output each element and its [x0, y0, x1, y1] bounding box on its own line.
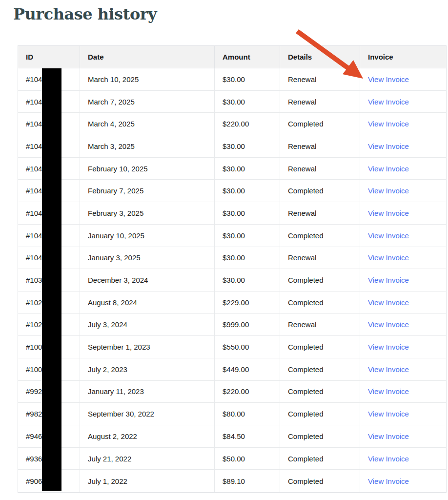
cell-invoice: View Invoice: [360, 180, 446, 202]
cell-details: Renewal: [280, 158, 360, 180]
table-row: #946August 2, 2022$84.50CompletedView In…: [18, 425, 446, 448]
table-row: #103December 3, 2024$30.00CompletedView …: [18, 269, 446, 292]
table-row: #104March 3, 2025$30.00RenewalView Invoi…: [18, 135, 446, 158]
view-invoice-link[interactable]: View Invoice: [368, 75, 409, 83]
cell-details: Completed: [280, 403, 360, 425]
cell-invoice: View Invoice: [360, 247, 446, 269]
cell-amount: $30.00: [215, 247, 280, 269]
view-invoice-link[interactable]: View Invoice: [368, 410, 409, 418]
view-invoice-link[interactable]: View Invoice: [368, 477, 409, 485]
cell-invoice: View Invoice: [360, 381, 446, 403]
view-invoice-link[interactable]: View Invoice: [368, 343, 409, 351]
table-row: #100September 1, 2023$550.00CompletedVie…: [18, 336, 446, 358]
view-invoice-link[interactable]: View Invoice: [368, 432, 409, 440]
cell-invoice: View Invoice: [360, 403, 446, 425]
table-row: #104March 4, 2025$220.00CompletedView In…: [18, 113, 446, 135]
cell-invoice: View Invoice: [360, 448, 446, 470]
table-row: #104February 7, 2025$30.00CompletedView …: [18, 180, 446, 202]
cell-date: July 21, 2022: [80, 448, 215, 470]
cell-date: February 7, 2025: [80, 180, 215, 202]
view-invoice-link[interactable]: View Invoice: [368, 276, 409, 284]
cell-date: February 10, 2025: [80, 158, 215, 180]
table-row: #104January 10, 2025$30.00CompletedView …: [18, 225, 446, 247]
column-header-details: Details: [280, 46, 360, 68]
table-row: #104March 10, 2025$30.00RenewalView Invo…: [18, 68, 446, 91]
table-row: #102July 3, 2024$999.00RenewalView Invoi…: [18, 314, 446, 336]
view-invoice-link[interactable]: View Invoice: [368, 209, 409, 217]
cell-invoice: View Invoice: [360, 113, 446, 135]
cell-amount: $220.00: [215, 113, 280, 135]
table-row: #102August 8, 2024$229.00CompletedView I…: [18, 292, 446, 314]
cell-date: March 10, 2025: [80, 68, 215, 90]
table-row: #992January 11, 2023$220.00CompletedView…: [18, 381, 446, 403]
cell-amount: $30.00: [215, 202, 280, 224]
cell-details: Renewal: [280, 247, 360, 269]
cell-amount: $89.10: [215, 470, 280, 492]
cell-details: Completed: [280, 470, 360, 492]
cell-invoice: View Invoice: [360, 68, 446, 90]
view-invoice-link[interactable]: View Invoice: [368, 455, 409, 463]
cell-invoice: View Invoice: [360, 158, 446, 180]
cell-date: August 2, 2022: [80, 425, 215, 447]
cell-date: July 3, 2024: [80, 314, 215, 336]
view-invoice-link[interactable]: View Invoice: [368, 365, 409, 374]
cell-invoice: View Invoice: [360, 314, 446, 336]
cell-details: Completed: [280, 269, 360, 291]
cell-date: July 2, 2023: [80, 358, 215, 380]
cell-invoice: View Invoice: [360, 425, 446, 447]
cell-date: March 7, 2025: [80, 91, 215, 113]
table-row: #104February 3, 2025$30.00RenewalView In…: [18, 202, 446, 225]
cell-invoice: View Invoice: [360, 91, 446, 113]
cell-details: Renewal: [280, 135, 360, 157]
cell-amount: $84.50: [215, 425, 280, 447]
column-header-amount: Amount: [215, 46, 280, 68]
cell-details: Completed: [280, 381, 360, 403]
cell-amount: $30.00: [215, 158, 280, 180]
cell-details: Completed: [280, 225, 360, 247]
view-invoice-link[interactable]: View Invoice: [368, 98, 409, 106]
table-header-row: ID Date Amount Details Invoice: [18, 46, 446, 68]
cell-amount: $30.00: [215, 180, 280, 202]
cell-amount: $30.00: [215, 135, 280, 157]
cell-details: Completed: [280, 180, 360, 202]
view-invoice-link[interactable]: View Invoice: [368, 120, 409, 128]
page-title: Purchase history: [13, 5, 157, 23]
cell-details: Completed: [280, 358, 360, 380]
cell-date: January 11, 2023: [80, 381, 215, 403]
cell-amount: $50.00: [215, 448, 280, 470]
table-row: #104March 7, 2025$30.00RenewalView Invoi…: [18, 91, 446, 113]
cell-amount: $80.00: [215, 403, 280, 425]
table-row: #104February 10, 2025$30.00RenewalView I…: [18, 158, 446, 180]
cell-details: Completed: [280, 336, 360, 358]
cell-amount: $30.00: [215, 225, 280, 247]
cell-invoice: View Invoice: [360, 470, 446, 492]
column-header-date: Date: [80, 46, 215, 68]
cell-details: Completed: [280, 292, 360, 313]
cell-details: Completed: [280, 113, 360, 135]
redaction-bar: [42, 68, 61, 491]
cell-date: January 3, 2025: [80, 247, 215, 269]
cell-amount: $30.00: [215, 269, 280, 291]
cell-invoice: View Invoice: [360, 135, 446, 157]
view-invoice-link[interactable]: View Invoice: [368, 142, 409, 150]
table-row: #936July 21, 2022$50.00CompletedView Inv…: [18, 448, 446, 470]
cell-invoice: View Invoice: [360, 225, 446, 247]
cell-amount: $999.00: [215, 314, 280, 336]
view-invoice-link[interactable]: View Invoice: [368, 298, 409, 307]
view-invoice-link[interactable]: View Invoice: [368, 187, 409, 195]
column-header-id: ID: [18, 46, 80, 68]
table-row: #104January 3, 2025$30.00RenewalView Inv…: [18, 247, 446, 270]
view-invoice-link[interactable]: View Invoice: [368, 387, 409, 396]
view-invoice-link[interactable]: View Invoice: [368, 165, 409, 173]
cell-details: Renewal: [280, 68, 360, 90]
column-header-invoice: Invoice: [360, 46, 446, 68]
cell-date: September 30, 2022: [80, 403, 215, 425]
cell-amount: $449.00: [215, 358, 280, 380]
cell-details: Renewal: [280, 202, 360, 224]
cell-date: March 4, 2025: [80, 113, 215, 135]
view-invoice-link[interactable]: View Invoice: [368, 231, 409, 240]
view-invoice-link[interactable]: View Invoice: [368, 253, 409, 262]
table-body: #104March 10, 2025$30.00RenewalView Invo…: [18, 68, 446, 492]
view-invoice-link[interactable]: View Invoice: [368, 320, 409, 329]
cell-amount: $550.00: [215, 336, 280, 358]
